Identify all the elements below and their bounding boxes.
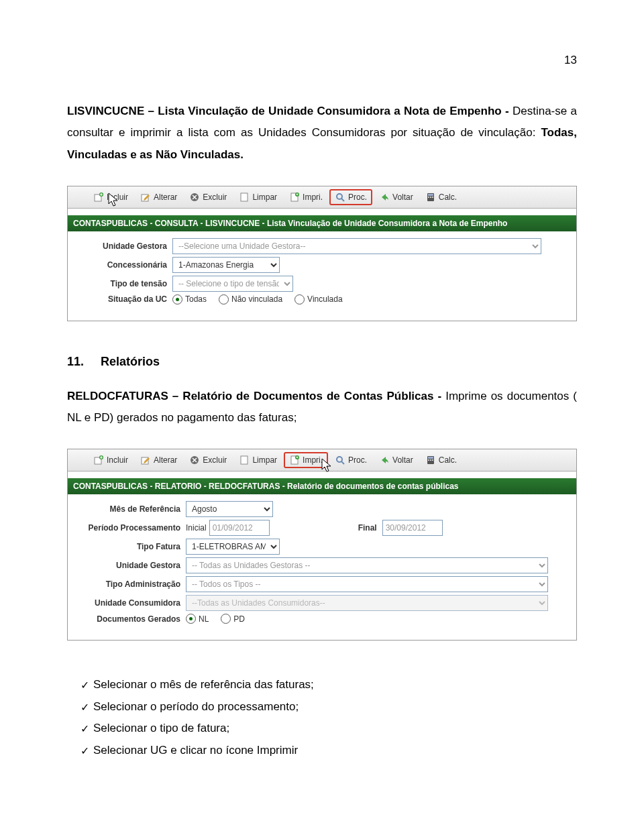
select-tipo-tensao[interactable]: -- Selecione o tipo de tensão (172, 276, 293, 292)
voltar-icon (379, 192, 390, 203)
alterar-label: Alterar (154, 455, 177, 465)
label-periodo: Período Processamento (73, 523, 186, 533)
svg-rect-10 (428, 197, 429, 198)
voltar-button[interactable]: Voltar (374, 189, 419, 205)
header-bar-2: CONTASPUBLICAS - RELATORIO - RELDOCFATUR… (68, 478, 576, 494)
excluir-label: Excluir (203, 192, 227, 202)
limpar-button-2[interactable]: Limpar (233, 452, 282, 468)
proc-icon (335, 192, 345, 203)
alterar-icon (140, 455, 151, 465)
section-title: Relatórios (101, 355, 160, 369)
svg-rect-17 (241, 456, 248, 464)
bullet-3: ✓Selecionar o tipo de fatura; (80, 718, 577, 739)
radio-icon (221, 614, 231, 624)
select-tipo-admin[interactable]: -- Todos os Tipos -- (186, 576, 548, 592)
excluir-button-2[interactable]: Excluir (184, 452, 232, 468)
radio-todas-label: Todas (185, 294, 207, 304)
check-icon: ✓ (80, 675, 89, 696)
page-number: 13 (67, 54, 577, 67)
svg-rect-11 (430, 197, 431, 198)
radio-nao-vinculada[interactable]: Não vinculada (219, 294, 282, 304)
paragraph-reldocfaturas: RELDOCFATURAS – Relatório de Documentos … (67, 386, 577, 429)
label-tipo-tensao: Tipo de tensão (73, 279, 172, 288)
select-mes-ref[interactable]: Agosto (186, 501, 273, 517)
svg-rect-12 (432, 197, 433, 198)
check-icon: ✓ (80, 698, 89, 718)
input-inicial[interactable] (209, 520, 270, 536)
select-unidade-cons: --Todas as Unidades Consumidoras-- (186, 595, 548, 611)
svg-point-7 (337, 194, 342, 199)
alterar-button-2[interactable]: Alterar (135, 452, 182, 468)
voltar-label: Voltar (392, 455, 413, 465)
svg-rect-9 (428, 194, 433, 196)
impri-label: Impri. (303, 192, 323, 202)
label-docs-gerados: Documentos Gerados (73, 614, 186, 624)
limpar-icon (239, 192, 250, 203)
label-tipo-admin: Tipo Administração (73, 579, 186, 589)
radio-nao-vinculada-label: Não vinculada (231, 294, 282, 304)
svg-point-20 (337, 457, 342, 462)
limpar-button[interactable]: Limpar (233, 189, 282, 205)
excluir-icon (189, 455, 200, 465)
select-concessionaria[interactable]: 1-Amazonas Energia (172, 257, 280, 273)
calc-button[interactable]: Calc. (420, 189, 462, 205)
impri-label: Impri. (303, 455, 323, 465)
intro-code-bold: LISVINCUCNE – Lista Vinculação de Unidad… (67, 105, 509, 117)
radio-icon (219, 294, 229, 304)
voltar-button-2[interactable]: Voltar (374, 452, 419, 468)
radio-nl-label: NL (199, 614, 209, 624)
impri-icon (289, 455, 300, 465)
toolbar-2: Incluir Alterar Excluir Limpar Impri. (68, 449, 576, 472)
proc-label: Proc. (348, 455, 367, 465)
select-unidade-gestora-2[interactable]: -- Todas as Unidades Gestoras -- (186, 557, 548, 573)
limpar-icon (239, 455, 250, 465)
bullet-4: ✓Selecionar UG e clicar no ícone Imprimi… (80, 740, 577, 761)
excluir-label: Excluir (203, 455, 227, 465)
svg-rect-4 (241, 193, 248, 201)
check-icon: ✓ (80, 719, 89, 739)
toolbar: Incluir Alterar Excluir Limpar (68, 186, 576, 209)
header-bar-1: CONTASPUBLICAS - CONSULTA - LISVINCUCNE … (68, 215, 576, 231)
proc-icon (335, 455, 345, 465)
radio-pd[interactable]: PD (221, 614, 245, 624)
impri-button[interactable]: Impri. (284, 189, 328, 205)
calc-label: Calc. (439, 455, 457, 465)
proc-button-2[interactable]: Proc. (329, 452, 372, 468)
incluir-label: Incluir (107, 455, 128, 465)
radio-icon (294, 294, 305, 304)
screenshot-reldocfaturas: Incluir Alterar Excluir Limpar Impri. (67, 449, 577, 641)
select-unidade-gestora[interactable]: --Selecione uma Unidade Gestora-- (172, 238, 541, 254)
bullet-3-text: Selecionar o tipo de fatura; (93, 718, 229, 739)
voltar-icon (379, 455, 390, 465)
bullet-1: ✓Selecionar o mês de referência das fatu… (80, 674, 577, 696)
impri-button-2[interactable]: Impri. (284, 452, 328, 468)
incluir-button[interactable]: Incluir (88, 189, 133, 205)
excluir-button[interactable]: Excluir (184, 189, 232, 205)
calc-button-2[interactable]: Calc. (420, 452, 462, 468)
bullet-2-text: Selecionar o período do processamento; (93, 696, 299, 718)
limpar-label: Limpar (252, 455, 277, 465)
label-unidade-gestora: Unidade Gestora (73, 241, 172, 251)
alterar-button[interactable]: Alterar (135, 189, 182, 205)
radio-vinculada[interactable]: Vinculada (294, 294, 343, 304)
label-unidade-cons: Unidade Consumidora (73, 598, 186, 608)
incluir-icon (93, 192, 104, 203)
svg-rect-23 (428, 459, 429, 461)
select-tipo-fatura[interactable]: 1-ELETROBRAS AM (186, 539, 280, 555)
calc-label: Calc. (439, 192, 457, 202)
label-final: Final (270, 523, 382, 533)
radio-todas[interactable]: Todas (172, 294, 207, 304)
radio-nl[interactable]: NL (186, 614, 209, 624)
input-final[interactable] (382, 520, 443, 536)
radio-pd-label: PD (233, 614, 245, 624)
incluir-button-2[interactable]: Incluir (88, 452, 133, 468)
label-mes-ref: Mês de Referência (73, 504, 186, 514)
label-concessionaria: Concessionária (73, 260, 172, 270)
alterar-icon (140, 192, 151, 203)
voltar-label: Voltar (392, 192, 413, 202)
incluir-icon (93, 455, 104, 465)
radio-icon (172, 294, 182, 304)
proc-button[interactable]: Proc. (329, 189, 372, 205)
section-11-header: 11. Relatórios (67, 355, 577, 369)
limpar-label: Limpar (252, 192, 277, 202)
